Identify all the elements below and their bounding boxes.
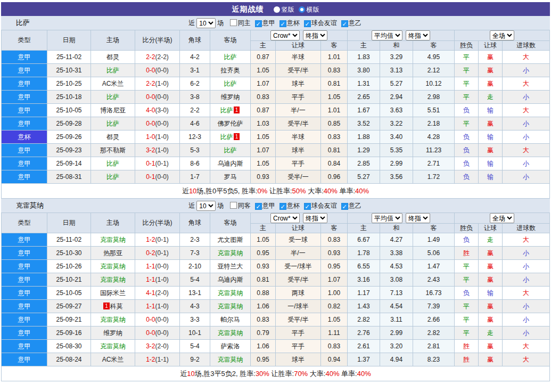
bookmaker-select[interactable]: Crow*: [270, 30, 300, 40]
horizontal-layout-radio[interactable]: [299, 6, 305, 13]
avg-home-cell: 3.16: [348, 273, 380, 287]
match-row: 意甲25-09-21克雷莫纳0-0(0-0)3-3帕尔马0.83受平/半1.05…: [2, 313, 550, 326]
team-label: 比萨: [224, 146, 237, 154]
team-label: 克雷莫纳: [218, 249, 243, 257]
league-checkbox[interactable]: ✓: [341, 20, 348, 27]
match-date-cell: 25-11-02: [47, 233, 91, 247]
league-checkbox[interactable]: ✓: [304, 203, 311, 210]
league-checkbox[interactable]: ✓: [341, 203, 348, 210]
handicap-cell: 一/球半: [276, 300, 321, 313]
away-team-cell: 维罗纳: [210, 91, 251, 104]
league-checkbox-label: 意甲: [262, 19, 275, 27]
halftime-score: (0-0): [155, 120, 169, 127]
recent-count-select[interactable]: 10: [196, 18, 216, 28]
corner-cell: 13-1: [180, 287, 210, 300]
result-goals-cell: 小: [503, 273, 550, 287]
average-select[interactable]: 平均值: [372, 30, 402, 40]
handicap-cell: 半/一: [276, 104, 321, 117]
summary-text: 10: [187, 370, 194, 378]
match-date-cell: 25-09-26: [47, 130, 91, 144]
fulltime-score: 0-0: [146, 316, 155, 323]
home-team-cell: 克雷莫纳: [91, 233, 135, 247]
column-header: 日期: [47, 30, 91, 51]
away-odds-cell: 1.00: [321, 287, 348, 300]
halftime-score: (0-0): [155, 316, 169, 323]
bookmaker-select[interactable]: Crow*: [270, 213, 300, 223]
fulltime-score: 4-0: [146, 107, 155, 114]
avg-home-cell: 1.83: [348, 51, 380, 64]
match-type-cell: 意甲: [2, 233, 47, 247]
league-checkbox[interactable]: ✓: [279, 203, 286, 210]
summary-row: 近10场,胜3平5负2, 胜率:30% 让胜率:70% 大率:40% 单率:40…: [1, 366, 550, 381]
score-cell: 0-0(0-0): [135, 313, 180, 326]
away-odds-cell: 1.07: [321, 273, 348, 287]
result-handicap-cell: 赢: [479, 300, 503, 313]
away-odds-cell: 0.83: [321, 233, 348, 247]
avg-away-cell: 8.23: [413, 353, 455, 366]
team-label: 克雷莫纳: [100, 342, 126, 350]
handicap-cell: 球半: [276, 77, 321, 91]
home-team-cell: 比萨: [91, 170, 135, 184]
result-wdl-cell: 平: [455, 260, 479, 273]
match-row: 意甲25-10-26克雷莫纳1-1(0-0)2-10亚特兰大0.93受一/球半0…: [2, 260, 550, 273]
match-row: 意甲25-08-31比萨0-1(0-0)1-7罗马0.93受半/一0.965.2…: [2, 170, 550, 184]
vertical-layout-radio[interactable]: [274, 6, 280, 13]
final-average-select[interactable]: 终指: [406, 30, 430, 40]
games-label: 场: [217, 19, 224, 27]
column-header: 让球: [276, 41, 321, 51]
match-type-cell: 意甲: [2, 313, 47, 326]
halftime-score: (1-0): [155, 276, 169, 283]
team-section-pisa: 比萨 近10场 同主✓意甲✓意杯✓球会友谊✓意乙 类型日期主场比分(半场)角球客…: [1, 16, 550, 199]
home-team-cell: 克雷莫纳: [91, 260, 135, 273]
away-odds-cell: 0.96: [321, 170, 348, 184]
summary-text: 40%: [325, 370, 339, 378]
result-wdl-cell: 负: [455, 287, 479, 300]
column-header: 类型: [2, 30, 47, 51]
avg-away-cell: 1.72: [413, 170, 455, 184]
score-cell: 1-1(1-0): [135, 273, 180, 287]
final-handicap-select[interactable]: 终指: [303, 30, 327, 40]
avg-away-cell: 5.06: [413, 247, 455, 260]
same-venue-checkbox[interactable]: [230, 202, 237, 209]
away-odds-cell: 0.93: [321, 247, 348, 260]
near-label: 近: [188, 19, 195, 27]
scope-select[interactable]: 全场: [490, 30, 514, 40]
match-row: 意甲25-11-02克雷莫纳1-2(0-1)2-3尤文图斯1.05受一球0.83…: [2, 233, 550, 247]
result-goals-cell: 小: [503, 91, 550, 104]
corner-cell: 4-2: [180, 51, 210, 64]
handicap-cell: 平手: [276, 340, 321, 353]
score-cell: 0-2(0-1): [135, 247, 180, 260]
match-row: 意甲25-09-14比萨0-1(0-1)8-6乌迪内斯1.05平手0.842.8…: [2, 157, 550, 170]
home-team-cell: 克雷莫纳: [91, 340, 135, 353]
match-date-cell: 25-10-18: [47, 91, 91, 104]
team-label: 都灵: [106, 53, 119, 61]
result-handicap-cell: 赢: [479, 77, 503, 91]
scope-select[interactable]: 全场: [490, 213, 514, 223]
average-select[interactable]: 平均值: [372, 213, 402, 223]
avg-draw-cell: 2.99: [380, 157, 413, 170]
team-filter-bar: 比萨 近10场 同主✓意甲✓意杯✓球会友谊✓意乙: [1, 16, 550, 30]
red-card-badge: 1: [234, 107, 240, 113]
league-checkbox[interactable]: ✓: [279, 20, 286, 27]
home-odds-cell: 0.87: [251, 104, 276, 117]
same-venue-checkbox[interactable]: [230, 19, 237, 26]
corner-cell: 3-8: [180, 91, 210, 104]
league-checkbox[interactable]: ✓: [255, 20, 262, 27]
away-team-cell: 克雷莫纳: [210, 300, 251, 313]
league-checkbox[interactable]: ✓: [304, 20, 311, 27]
fulltime-score: 0-2: [146, 249, 155, 257]
league-checkbox[interactable]: ✓: [255, 203, 262, 210]
column-header: 客: [413, 41, 455, 51]
avg-away-cell: 11.23: [413, 144, 455, 157]
horizontal-layout-label: 横版: [307, 6, 319, 13]
final-average-select[interactable]: 终指: [406, 213, 430, 223]
result-handicap-cell: 赢: [479, 64, 503, 77]
final-handicap-select[interactable]: 终指: [303, 213, 327, 223]
team-label: 克雷莫纳: [100, 276, 126, 283]
home-odds-cell: 0.87: [251, 51, 276, 64]
column-header: 进球数: [503, 41, 550, 51]
match-row: 意甲25-09-23那不勒斯3-2(1-0)5-3比萨1.07球半0.811.2…: [2, 144, 550, 157]
recent-count-select[interactable]: 10: [196, 201, 216, 211]
avg-draw-cell: 4.54: [380, 300, 413, 313]
result-goals-cell: 大: [503, 353, 550, 366]
